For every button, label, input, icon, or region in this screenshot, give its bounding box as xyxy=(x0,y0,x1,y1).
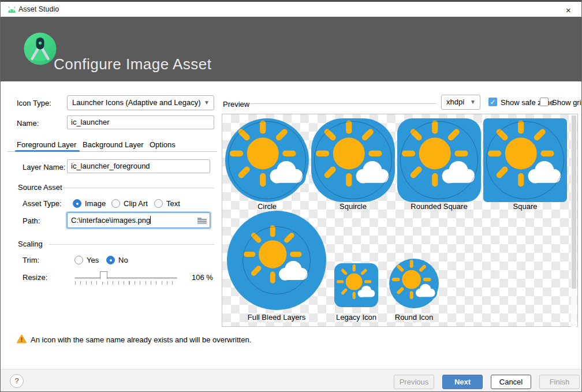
safe-zone-ring xyxy=(228,121,306,199)
tile-label: Round Icon xyxy=(371,313,457,322)
preview-tile-squircle xyxy=(311,118,395,202)
trim-yes-label: Yes xyxy=(87,256,99,264)
icon-type-label: Icon Type: xyxy=(17,99,51,107)
preview-tile-legacy xyxy=(334,263,378,307)
show-safe-zone-checkbox[interactable] xyxy=(488,98,497,106)
tile-label: Square xyxy=(483,202,567,211)
density-value: xhdpi xyxy=(446,98,464,106)
preview-tile-circle xyxy=(225,118,309,202)
resize-label: Resize: xyxy=(23,273,47,282)
asset-type-radio-clipart[interactable] xyxy=(111,199,120,208)
source-asset-section-label: Source Asset xyxy=(18,183,62,192)
active-tab-underline xyxy=(15,150,80,152)
tile-label: Squircle xyxy=(311,202,395,211)
safe-zone-ring xyxy=(242,226,311,294)
weather-sun-cloud-icon xyxy=(389,259,439,308)
name-input[interactable]: ic_launcher xyxy=(67,115,214,129)
preview-scrollbar[interactable] xyxy=(571,115,577,327)
asset-type-text-label: Text xyxy=(166,199,180,208)
asset-type-radio-text[interactable] xyxy=(154,199,163,208)
tab-foreground-layer[interactable]: Foreground Layer xyxy=(17,140,76,149)
preview-label: Preview xyxy=(223,100,249,109)
cancel-button[interactable]: Cancel xyxy=(491,375,531,389)
android-studio-logo-icon xyxy=(24,32,57,65)
icon-type-value: Launcher Icons (Adaptive and Legacy) xyxy=(72,98,201,107)
resize-slider-track[interactable] xyxy=(74,277,177,279)
trim-radio-yes[interactable] xyxy=(74,256,83,264)
title-bar[interactable]: Asset Studio × xyxy=(1,1,581,17)
finish-button[interactable]: Finish xyxy=(539,375,580,389)
text-cursor xyxy=(150,216,151,224)
next-button[interactable]: Next xyxy=(442,375,483,389)
path-label: Path: xyxy=(23,216,40,225)
preview-divider xyxy=(251,103,436,104)
layer-name-input[interactable]: ic_launcher_foreground xyxy=(67,159,210,173)
preview-tile-rounded-square xyxy=(397,118,481,202)
icon-type-select[interactable]: Launcher Icons (Adaptive and Legacy) ▼ xyxy=(67,95,214,110)
footer-bar: ? Previous Next Cancel Finish xyxy=(1,369,581,392)
preview-canvas: Circle Squircle Rounded Square Square Fu… xyxy=(222,114,578,327)
trim-label: Trim: xyxy=(23,256,39,264)
section-divider xyxy=(62,188,214,188)
name-label: Name: xyxy=(17,119,39,128)
close-button[interactable]: × xyxy=(555,3,581,18)
help-button[interactable]: ? xyxy=(10,374,24,388)
path-value: C:\interface\images.png xyxy=(71,216,150,225)
chevron-down-icon: ▼ xyxy=(470,95,476,109)
asset-type-radio-image[interactable] xyxy=(73,199,81,208)
preview-tile-square xyxy=(483,118,567,202)
window-title: Asset Studio xyxy=(18,5,59,13)
warning-message: An icon with the same name already exist… xyxy=(31,335,251,344)
safe-zone-ring xyxy=(486,121,564,199)
asset-type-image-label: Image xyxy=(85,199,106,208)
tab-options[interactable]: Options xyxy=(150,140,176,149)
show-grid-label: Show grid xyxy=(552,98,582,107)
scaling-section-label: Scaling xyxy=(18,240,43,248)
android-robot-icon xyxy=(7,6,17,13)
resize-slider-ticks xyxy=(75,281,178,285)
safe-zone-ring xyxy=(400,121,478,199)
density-select[interactable]: xhdpi ▼ xyxy=(441,95,480,110)
show-grid-checkbox[interactable] xyxy=(540,98,549,106)
tile-label: Full Bleed Layers xyxy=(227,313,326,322)
preview-tile-full-bleed xyxy=(227,211,326,310)
section-divider xyxy=(49,244,214,245)
previous-button[interactable]: Previous xyxy=(394,375,434,389)
asset-studio-dialog: Asset Studio × Configure Image Asset Ico… xyxy=(0,0,582,392)
tile-label: Circle xyxy=(225,202,309,211)
page-title: Configure Image Asset xyxy=(54,55,212,73)
resize-value: 106 % xyxy=(192,273,213,282)
tab-background-layer[interactable]: Background Layer xyxy=(83,140,144,149)
layer-name-label: Layer Name: xyxy=(23,163,65,171)
dialog-header: Configure Image Asset xyxy=(1,17,581,81)
warning-icon xyxy=(17,334,27,344)
weather-sun-cloud-icon xyxy=(334,263,378,307)
asset-type-clipart-label: Clip Art xyxy=(124,199,148,208)
browse-folder-icon[interactable] xyxy=(197,216,207,225)
trim-radio-no[interactable] xyxy=(106,256,115,264)
path-input[interactable]: C:\interface\images.png xyxy=(67,212,210,228)
chevron-down-icon: ▼ xyxy=(204,96,210,110)
asset-type-label: Asset Type: xyxy=(23,199,62,208)
preview-tile-round xyxy=(389,259,439,308)
tile-label: Rounded Square xyxy=(397,202,481,211)
trim-no-label: No xyxy=(118,256,128,264)
safe-zone-ring xyxy=(314,121,392,199)
scrollbar-thumb[interactable] xyxy=(572,115,576,289)
